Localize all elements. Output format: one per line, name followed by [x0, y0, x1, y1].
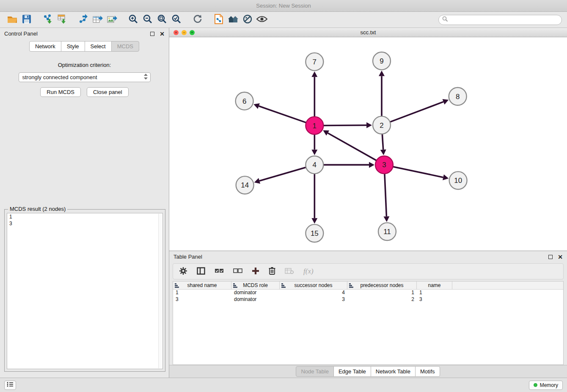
import-network-icon: [43, 14, 53, 25]
tab-motifs[interactable]: Motifs: [415, 366, 440, 377]
graph-edge-1-6[interactable]: [259, 106, 306, 123]
result-scrollbar[interactable]: [158, 214, 162, 368]
table-row[interactable]: 3 dominator 3 2 3: [173, 296, 563, 303]
control-panel-title: Control Panel: [4, 30, 38, 37]
mcds-result-line: 1: [7, 213, 162, 220]
style-paint-icon: [242, 14, 253, 25]
export-image-icon: [107, 14, 118, 25]
mcds-result-title: MCDS result (2 nodes): [8, 206, 67, 212]
close-window-icon[interactable]: ×: [173, 30, 179, 35]
column-header-successor-nodes[interactable]: successor nodes: [280, 282, 347, 289]
save-session-button[interactable]: [19, 14, 34, 26]
minimize-window-icon[interactable]: −: [182, 30, 187, 35]
close-panel-icon[interactable]: ✕: [160, 32, 165, 36]
cell-name[interactable]: 1: [417, 290, 452, 296]
graph-edge-3-1[interactable]: [328, 133, 377, 160]
close-table-panel-icon[interactable]: ✕: [558, 255, 563, 259]
delete-table-icon: [285, 268, 294, 276]
table-row[interactable]: 1 dominator 4 1 1: [173, 290, 563, 296]
export-table-button[interactable]: [91, 14, 105, 26]
zoom-fit-button[interactable]: [155, 14, 169, 26]
open-session-button[interactable]: [5, 14, 19, 26]
column-header-predecessor-nodes[interactable]: predecessor nodes: [347, 282, 417, 289]
graph-node-label: 15: [311, 229, 319, 237]
cell-successor-nodes[interactable]: 3: [280, 296, 347, 303]
import-network-button[interactable]: [41, 14, 55, 26]
maximize-window-icon[interactable]: +: [190, 30, 195, 35]
graph-edge-3-10[interactable]: [393, 167, 443, 177]
float-table-panel-icon[interactable]: [548, 255, 553, 259]
refresh-layout-button[interactable]: [190, 14, 205, 26]
column-header-mcds-role[interactable]: MCDS role: [231, 282, 280, 289]
cell-predecessor-nodes[interactable]: 1: [347, 290, 417, 296]
column-header-name[interactable]: name: [417, 282, 452, 289]
graph-edge-2-8[interactable]: [390, 102, 443, 122]
task-history-button[interactable]: [4, 381, 16, 390]
zoom-in-button[interactable]: [126, 14, 140, 26]
criterion-select[interactable]: strongly connected component: [19, 72, 151, 82]
export-table-icon: [92, 14, 103, 25]
refresh-icon: [193, 14, 203, 25]
tab-select[interactable]: Select: [85, 41, 112, 52]
select-all-button[interactable]: [215, 268, 224, 275]
graph-edge-4-14[interactable]: [259, 167, 306, 181]
window-titlebar[interactable]: Session: New Session: [0, 0, 567, 12]
cell-name[interactable]: 3: [417, 296, 452, 303]
checked-boxes-icon: [215, 268, 224, 275]
column-header-spacer: [452, 282, 563, 289]
search-input[interactable]: [448, 17, 558, 23]
show-columns-button[interactable]: [197, 267, 205, 276]
fx-icon: f(x): [303, 267, 314, 276]
network-window-titlebar[interactable]: × − + scc.txt: [169, 28, 567, 37]
column-header-shared-name[interactable]: shared name: [173, 282, 231, 289]
zoom-selected-button[interactable]: [169, 14, 184, 26]
delete-column-button[interactable]: [269, 267, 275, 276]
add-column-button[interactable]: [252, 267, 259, 276]
column-label: shared name: [187, 282, 217, 288]
delete-table-button[interactable]: [285, 268, 294, 276]
network-file-button[interactable]: [212, 14, 226, 26]
network-graph: 7968124314101511: [169, 37, 567, 251]
mcds-result-list[interactable]: 1 3: [7, 213, 163, 369]
cell-mcds-role[interactable]: dominator: [231, 290, 280, 296]
show-hide-button[interactable]: [255, 14, 269, 26]
zoom-out-button[interactable]: [140, 14, 155, 26]
close-panel-button[interactable]: Close panel: [87, 87, 129, 97]
function-builder-button[interactable]: f(x): [303, 267, 314, 276]
tab-edge-table[interactable]: Edge Table: [333, 366, 371, 377]
folder-icon: [7, 14, 18, 25]
export-image-button[interactable]: [105, 14, 119, 26]
status-bar: Memory: [0, 378, 567, 392]
optimization-criterion-label: Optimization criterion:: [0, 62, 169, 68]
window-title: Session: New Session: [256, 3, 311, 9]
table-settings-button[interactable]: [179, 267, 187, 276]
graph-edge-arrowhead: [311, 218, 317, 224]
tab-node-table[interactable]: Node Table: [296, 366, 334, 377]
criterion-select-value: strongly connected component: [22, 74, 143, 80]
home-button[interactable]: [226, 14, 240, 26]
column-label: MCDS role: [243, 282, 268, 288]
graph-edge-2-3[interactable]: [382, 134, 383, 150]
run-mcds-button[interactable]: Run MCDS: [40, 87, 81, 97]
graph-edge-arrowhead: [254, 178, 260, 184]
tab-style[interactable]: Style: [61, 41, 85, 52]
graph-edge-arrowhead: [311, 149, 317, 155]
tab-network-table[interactable]: Network Table: [371, 366, 416, 377]
cell-successor-nodes[interactable]: 4: [280, 290, 347, 296]
graph-edge-1-2[interactable]: [323, 125, 366, 126]
cell-predecessor-nodes[interactable]: 2: [347, 296, 417, 303]
deselect-all-button[interactable]: [233, 268, 242, 275]
cell-shared-name[interactable]: 1: [173, 290, 231, 296]
cell-mcds-role[interactable]: dominator: [231, 296, 280, 303]
graph-edge-arrowhead: [311, 72, 317, 77]
import-table-button[interactable]: [55, 14, 69, 26]
cell-shared-name[interactable]: 3: [173, 296, 231, 303]
memory-button[interactable]: Memory: [529, 381, 563, 390]
tab-mcds[interactable]: MCDS: [111, 41, 139, 52]
export-network-button[interactable]: [76, 14, 91, 26]
tab-network[interactable]: Network: [29, 41, 61, 52]
graph-edge-3-11[interactable]: [385, 174, 386, 216]
style-paint-button[interactable]: [240, 14, 255, 26]
float-panel-icon[interactable]: [150, 32, 154, 36]
network-canvas[interactable]: 7968124314101511: [169, 37, 567, 251]
